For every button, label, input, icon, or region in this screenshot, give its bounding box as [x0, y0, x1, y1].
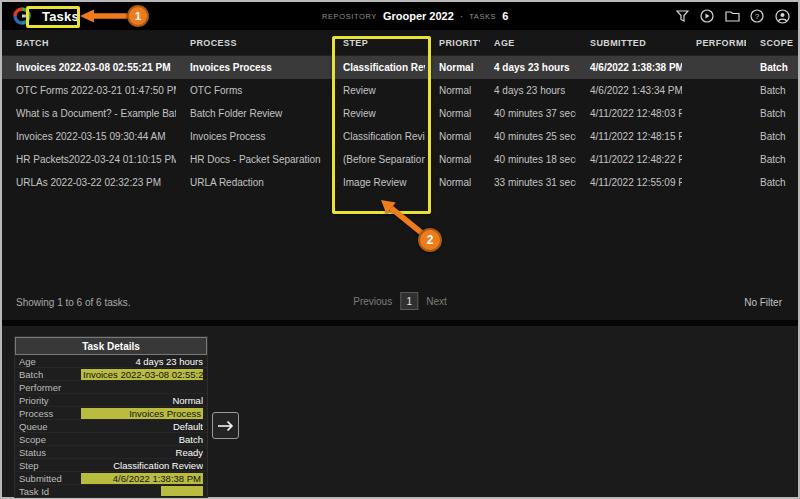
detail-label: Submitted: [19, 473, 81, 484]
next-page-button[interactable]: Next: [426, 296, 447, 307]
new-folder-icon[interactable]: [724, 8, 740, 24]
previous-page-button[interactable]: Previous: [353, 296, 392, 307]
table-row[interactable]: OTC Forms 2022-03-21 01:47:50 PM OTC For…: [2, 79, 798, 102]
cell-priority: Normal: [425, 154, 480, 165]
cell-submitted: 4/6/2022 1:38:38 PM: [576, 62, 682, 73]
detail-value: 4 days 23 hours: [81, 356, 203, 367]
cell-batch: Invoices 2022-03-15 09:30:44 AM: [2, 131, 176, 142]
column-header-performer[interactable]: PERFORMER: [682, 38, 746, 48]
task-details-title: Task Details: [15, 337, 207, 355]
cell-step: Classification Review: [329, 62, 425, 73]
cell-step: Classification Review: [329, 131, 425, 142]
detail-value: [161, 486, 203, 496]
table-row[interactable]: What is a Document? - Example Batch Batc…: [2, 102, 798, 125]
help-icon[interactable]: ?: [749, 8, 765, 24]
detail-value: Invoices Process: [81, 408, 203, 419]
detail-label: Priority: [19, 395, 81, 406]
detail-row: Process Invoices Process: [15, 407, 207, 420]
task-details-rows: Age 4 days 23 hours Batch Invoices 2022-…: [15, 355, 207, 498]
cell-submitted: 4/11/2022 12:55:09 PM: [576, 177, 682, 188]
cell-batch: Invoices 2022-03-08 02:55:21 PM: [2, 62, 176, 73]
cell-priority: Normal: [425, 62, 480, 73]
table-row[interactable]: Invoices 2022-03-15 09:30:44 AM Invoices…: [2, 125, 798, 148]
pagination: Previous 1 Next: [353, 292, 446, 310]
column-header-priority[interactable]: PRIORITY: [425, 38, 480, 48]
detail-row: Task Id: [15, 485, 207, 498]
column-header-step[interactable]: STEP: [329, 38, 425, 48]
filter-status[interactable]: No Filter: [744, 297, 782, 308]
cell-scope: Batch: [746, 62, 798, 73]
detail-row: Performer: [15, 381, 207, 394]
topbar-icons: ?: [674, 2, 790, 30]
column-header-scope[interactable]: SCOPE: [746, 38, 798, 48]
detail-label: Step: [19, 460, 81, 471]
cell-step: Image Review: [329, 177, 425, 188]
cell-priority: Normal: [425, 85, 480, 96]
detail-value: Classification Review: [81, 460, 203, 471]
detail-value: 4/6/2022 1:38:38 PM: [81, 473, 203, 484]
detail-row: Submitted 4/6/2022 1:38:38 PM: [15, 472, 207, 485]
repository-name[interactable]: Grooper 2022: [383, 10, 454, 22]
detail-label: Task Id: [19, 486, 81, 497]
table-row[interactable]: Invoices 2022-03-08 02:55:21 PM Invoices…: [2, 56, 798, 79]
tasks-label: TASKS: [469, 12, 496, 21]
cell-age: 4 days 23 hours: [480, 85, 576, 96]
cell-batch: HR Packets2022-03-24 01:10:15 PM: [2, 154, 176, 165]
repository-label: REPOSITORY: [322, 12, 377, 21]
cell-priority: Normal: [425, 177, 480, 188]
cell-process: Invoices Process: [176, 131, 329, 142]
cell-submitted: 4/6/2022 1:43:34 PM: [576, 85, 682, 96]
cell-batch: OTC Forms 2022-03-21 01:47:50 PM: [2, 85, 176, 96]
detail-value: Default: [81, 421, 203, 432]
cell-step: Review: [329, 85, 425, 96]
detail-label: Process: [19, 408, 81, 419]
cell-submitted: 4/11/2022 12:48:03 PM: [576, 108, 682, 119]
cell-batch: What is a Document? - Example Batch: [2, 108, 176, 119]
cell-scope: Batch: [746, 154, 798, 165]
detail-row: Scope Batch: [15, 433, 207, 446]
task-details-table: Task Details Age 4 days 23 hours Batch I…: [14, 336, 208, 498]
detail-label: Age: [19, 356, 81, 367]
cell-priority: Normal: [425, 131, 480, 142]
detail-row: Age 4 days 23 hours: [15, 355, 207, 368]
detail-row: Priority Normal: [15, 394, 207, 407]
account-icon[interactable]: [774, 8, 790, 24]
detail-label: Status: [19, 447, 81, 458]
detail-label: Batch: [19, 369, 81, 380]
column-header-batch[interactable]: BATCH: [2, 38, 176, 48]
detail-row: Status Ready: [15, 446, 207, 459]
detail-value: Batch: [81, 434, 203, 445]
grooper-logo-icon[interactable]: [12, 6, 32, 26]
svg-text:?: ?: [755, 12, 760, 21]
cell-scope: Batch: [746, 177, 798, 188]
cell-age: 40 minutes 25 seconds: [480, 131, 576, 142]
column-header-submitted[interactable]: SUBMITTED: [576, 38, 682, 48]
page-1-button[interactable]: 1: [400, 292, 418, 310]
detail-value: Ready: [81, 447, 203, 458]
showing-status: Showing 1 to 6 of 6 tasks.: [16, 297, 131, 308]
table-row[interactable]: HR Packets2022-03-24 01:10:15 PM HR Docs…: [2, 148, 798, 171]
page-title: Tasks: [42, 9, 79, 24]
detail-value: Normal: [81, 395, 203, 406]
cell-process: Batch Folder Review: [176, 108, 329, 119]
cell-priority: Normal: [425, 108, 480, 119]
cell-age: 33 minutes 31 seconds: [480, 177, 576, 188]
repository-info: REPOSITORY Grooper 2022 · TASKS 6: [322, 2, 508, 30]
detail-label: Queue: [19, 421, 81, 432]
column-header-age[interactable]: AGE: [480, 38, 576, 48]
detail-row: Queue Default: [15, 420, 207, 433]
cell-submitted: 4/11/2022 12:48:22 PM: [576, 154, 682, 165]
cell-age: 40 minutes 37 seconds: [480, 108, 576, 119]
cell-process: URLA Redaction: [176, 177, 329, 188]
cell-scope: Batch: [746, 85, 798, 96]
detail-label: Scope: [19, 434, 81, 445]
start-task-icon[interactable]: [699, 8, 715, 24]
column-header-process[interactable]: PROCESS: [176, 38, 329, 48]
open-task-button[interactable]: [212, 412, 239, 439]
table-row[interactable]: URLAs 2022-03-22 02:32:23 PM URLA Redact…: [2, 171, 798, 194]
table-footer: Showing 1 to 6 of 6 tasks. Previous 1 Ne…: [2, 292, 798, 314]
cell-scope: Batch: [746, 131, 798, 142]
app-window: Tasks REPOSITORY Grooper 2022 · TASKS 6 …: [0, 0, 800, 499]
filter-icon[interactable]: [674, 8, 690, 24]
cell-age: 40 minutes 18 seconds: [480, 154, 576, 165]
